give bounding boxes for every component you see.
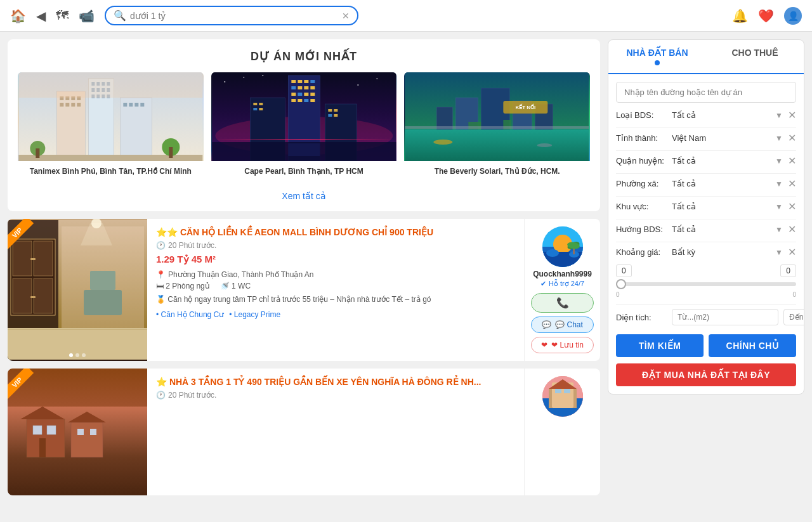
tab-ban[interactable]: NHÀ ĐẤT BÁN bbox=[608, 40, 706, 73]
clear-khu[interactable]: ✕ bbox=[788, 200, 796, 212]
clock-icon-2: 🕐 bbox=[156, 391, 166, 400]
select-khu[interactable]: Tất cả bbox=[672, 202, 773, 211]
home-icon[interactable]: 🏠 bbox=[10, 8, 26, 23]
divider-1 bbox=[616, 127, 796, 128]
map-icon[interactable]: 🗺 bbox=[56, 8, 69, 23]
svg-point-68 bbox=[357, 84, 358, 86]
divider-5 bbox=[616, 219, 796, 219]
back-icon[interactable]: ◀ bbox=[36, 8, 46, 23]
select-khu-wrap: Tất cả ▼ bbox=[672, 202, 783, 211]
listing-time-1: 🕐 20 Phút trước. bbox=[156, 241, 515, 250]
select-phuong[interactable]: Tất cả bbox=[672, 179, 773, 188]
select-quan[interactable]: Tất cả bbox=[672, 156, 773, 166]
svg-rect-118 bbox=[77, 429, 84, 435]
chevron-tinh: ▼ bbox=[775, 134, 783, 143]
listing-tag-2[interactable]: Legacy Prime bbox=[229, 310, 280, 319]
clock-icon: 🕐 bbox=[156, 241, 166, 250]
vip-badge-1 bbox=[8, 219, 46, 257]
svg-point-70 bbox=[262, 75, 263, 76]
chevron-huong: ▼ bbox=[775, 225, 783, 234]
select-loai[interactable]: Tất cả bbox=[672, 110, 773, 120]
filter-row-quan: Quận huyện: Tất cả ▼ ✕ bbox=[616, 155, 796, 167]
clear-gia[interactable]: ✕ bbox=[788, 246, 796, 258]
chevron-loai: ▼ bbox=[775, 111, 783, 120]
svg-rect-62 bbox=[334, 114, 337, 117]
svg-rect-24 bbox=[123, 103, 127, 107]
listing-time-2: 🕐 20 Phút trước. bbox=[156, 391, 515, 400]
chinh-chu-button[interactable]: CHÍNH CHỦ bbox=[709, 334, 796, 357]
listing-tag-1[interactable]: Căn Hộ Chung Cư bbox=[156, 310, 224, 319]
svg-rect-116 bbox=[71, 422, 103, 457]
tab-indicator bbox=[655, 60, 660, 65]
select-gia[interactable]: Bất kỳ bbox=[672, 247, 773, 257]
project-card-2[interactable]: Cape Pearl, Bình Thạnh, TP HCM bbox=[211, 72, 397, 182]
clear-phuong[interactable]: ✕ bbox=[788, 178, 796, 190]
svg-rect-22 bbox=[77, 103, 81, 107]
slider-thumb[interactable] bbox=[616, 279, 626, 289]
divider-4 bbox=[616, 196, 796, 197]
chevron-gia: ▼ bbox=[775, 248, 783, 257]
phone-button-1[interactable]: 📞 bbox=[531, 293, 594, 313]
select-tinh[interactable]: Việt Nam bbox=[672, 133, 773, 143]
video-icon[interactable]: 📹 bbox=[79, 8, 95, 23]
slider-min-val: 0 bbox=[616, 264, 632, 277]
svg-rect-45 bbox=[291, 93, 296, 96]
listing-card-1: ⭐⭐ CĂN HỘ LIỀN KỀ AEON MALL BÌNH DƯƠNG C… bbox=[8, 219, 600, 361]
svg-rect-61 bbox=[328, 114, 332, 117]
listing-title-1: ⭐⭐ CĂN HỘ LIỀN KỀ AEON MALL BÌNH DƯƠNG C… bbox=[156, 226, 515, 239]
svg-rect-30 bbox=[36, 148, 39, 158]
filter-search-input[interactable] bbox=[616, 82, 796, 103]
save-button-1[interactable]: ❤ ❤ Lưu tin bbox=[531, 337, 594, 353]
project-card-3[interactable]: KẾT NỐI The Beverly Solari, Thủ Đức, HCM… bbox=[404, 72, 590, 182]
label-loai: Loại BDS: bbox=[616, 110, 667, 120]
project-caption-3: The Beverly Solari, Thủ Đức, HCM. bbox=[404, 161, 590, 182]
project-caption-2: Cape Pearl, Bình Thạnh, TP HCM bbox=[211, 161, 397, 182]
chat-button-1[interactable]: 💬 💬 Chat bbox=[531, 316, 594, 333]
agent-actions-1: 📞 💬 💬 Chat ❤ ❤ Lưu tin bbox=[531, 293, 594, 353]
agent-avatar-img-2 bbox=[542, 376, 583, 417]
svg-point-84 bbox=[537, 143, 553, 147]
price-slider-track[interactable] bbox=[616, 282, 796, 286]
select-quan-wrap: Tất cả ▼ bbox=[672, 156, 783, 166]
clear-loai[interactable]: ✕ bbox=[788, 109, 796, 121]
chat-icon: 💬 bbox=[542, 320, 551, 329]
clear-tinh[interactable]: ✕ bbox=[788, 132, 796, 144]
wc-icon-wrap: 🚿 1 WC bbox=[220, 282, 251, 290]
select-huong[interactable]: Tất cả bbox=[672, 225, 773, 234]
view-all-button[interactable]: Xem tất cả bbox=[18, 191, 590, 201]
listing-card-2: ⭐ NHÀ 3 TẦNG 1 TỶ 490 TRIỆU GẦN BẾN XE Y… bbox=[8, 369, 600, 495]
clear-quan[interactable]: ✕ bbox=[788, 155, 796, 167]
search-button[interactable]: TÌM KIẾM bbox=[616, 334, 704, 357]
clear-search-icon[interactable]: ✕ bbox=[342, 11, 350, 21]
project-card-1[interactable]: Tanimex Bình Phú, Bình Tân, TP.Hồ Chí Mi… bbox=[18, 72, 204, 182]
svg-rect-38 bbox=[298, 80, 302, 83]
clear-huong[interactable]: ✕ bbox=[788, 223, 796, 235]
filter-tabs: NHÀ ĐẤT BÁN CHO THUÊ bbox=[608, 40, 804, 74]
dat-mua-button[interactable]: ĐẶT MUA NHÀ ĐẤT TẠI ĐÂY bbox=[616, 363, 796, 386]
svg-rect-76 bbox=[437, 107, 453, 129]
search-bar[interactable]: 🔍 ✕ bbox=[105, 6, 358, 25]
check-icon: ✔ bbox=[540, 280, 546, 288]
svg-rect-44 bbox=[310, 86, 315, 89]
user-icon[interactable]: 👤 bbox=[784, 7, 802, 25]
svg-rect-113 bbox=[33, 426, 42, 434]
svg-rect-52 bbox=[310, 99, 315, 102]
svg-rect-80 bbox=[405, 126, 589, 129]
svg-rect-43 bbox=[304, 86, 308, 89]
search-icon: 🔍 bbox=[114, 10, 126, 22]
area-from-input[interactable] bbox=[672, 309, 778, 325]
svg-rect-91 bbox=[34, 278, 53, 313]
search-input[interactable] bbox=[130, 11, 342, 21]
listing-agent-1: Quockhanh9999 ✔ Hỗ trợ 24/7 📞 💬 💬 Chat ❤… bbox=[524, 219, 600, 361]
filter-body: Loại BDS: Tất cả ▼ ✕ Tỉnh thành: bbox=[608, 74, 804, 394]
label-phuong: Phường xã: bbox=[616, 179, 667, 188]
label-huong: Hướng BDS: bbox=[616, 225, 667, 234]
area-to-input[interactable] bbox=[783, 309, 804, 325]
agent-badge-1: ✔ Hỗ trợ 24/7 bbox=[540, 280, 584, 288]
bell-icon[interactable]: 🔔 bbox=[732, 8, 748, 23]
projects-title: DỰ ÁN MỚI NHẤT bbox=[18, 49, 590, 63]
slider-values: 0 0 bbox=[616, 264, 796, 277]
area-label: Diện tích: bbox=[616, 313, 667, 322]
heart-icon[interactable]: ❤️ bbox=[758, 8, 774, 23]
tab-thue[interactable]: CHO THUÊ bbox=[706, 40, 804, 73]
